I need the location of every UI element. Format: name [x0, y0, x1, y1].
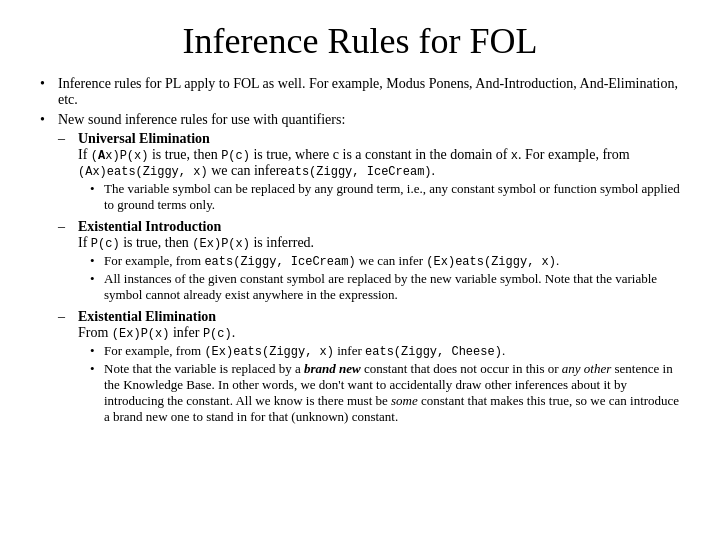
subsection-existential-elimination: Existential Elimination From (Ex)P(x) in…	[58, 309, 680, 425]
subsection-list: Universal Elimination If (Ax)P(x) is tru…	[58, 131, 680, 425]
ee-intro: From (Ex)P(x) infer P(c).	[78, 325, 235, 340]
ei-intro: If P(c) is true, then (Ex)P(x) is inferr…	[78, 235, 314, 250]
page-title: Inference Rules for FOL	[40, 20, 680, 62]
bullet-2: New sound inference rules for use with q…	[40, 112, 680, 425]
ee-content: Existential Elimination From (Ex)P(x) in…	[78, 309, 680, 425]
ue-title: Universal Elimination	[78, 131, 210, 146]
ue-intro: If (Ax)P(x) is true, then P(c) is true, …	[78, 147, 630, 178]
page: Inference Rules for FOL Inference rules …	[0, 0, 720, 540]
ei-bullets: For example, from eats(Ziggy, IceCream) …	[78, 253, 680, 303]
ei-bullet-2: All instances of the given constant symb…	[90, 271, 680, 303]
ee-bullet-2: Note that the variable is replaced by a …	[90, 361, 680, 425]
ei-content: Existential Introduction If P(c) is true…	[78, 219, 680, 303]
ei-bullet-1: For example, from eats(Ziggy, IceCream) …	[90, 253, 680, 269]
ue-bullet-1: The variable symbol can be replaced by a…	[90, 181, 680, 213]
ee-title: Existential Elimination	[78, 309, 216, 324]
bullet-1-text: Inference rules for PL apply to FOL as w…	[58, 76, 678, 107]
bullet-1: Inference rules for PL apply to FOL as w…	[40, 76, 680, 108]
ee-bullets: For example, from (Ex)eats(Ziggy, x) inf…	[78, 343, 680, 425]
bullet-2-text: New sound inference rules for use with q…	[58, 112, 345, 127]
subsection-existential-introduction: Existential Introduction If P(c) is true…	[58, 219, 680, 303]
subsection-universal-elimination: Universal Elimination If (Ax)P(x) is tru…	[58, 131, 680, 213]
ee-bullet-1: For example, from (Ex)eats(Ziggy, x) inf…	[90, 343, 680, 359]
main-bullet-list: Inference rules for PL apply to FOL as w…	[40, 76, 680, 425]
ue-bullets: The variable symbol can be replaced by a…	[78, 181, 680, 213]
ue-content: Universal Elimination If (Ax)P(x) is tru…	[78, 131, 680, 213]
ei-title: Existential Introduction	[78, 219, 221, 234]
